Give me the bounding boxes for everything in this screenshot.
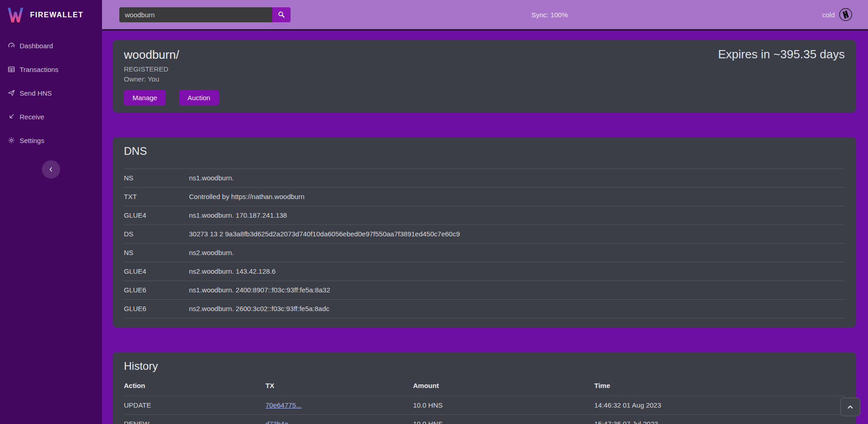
search-group	[119, 7, 291, 22]
dns-row: GLUE6 ns2.woodburn. 2600:3c02::f03c:93ff…	[124, 299, 845, 318]
dns-record-type: GLUE4	[124, 267, 189, 275]
dns-record-value: ns2.woodburn. 143.42.128.6	[189, 267, 845, 275]
dns-title: DNS	[124, 145, 845, 158]
dns-record-type: NS	[124, 174, 189, 182]
sidebar-item-label: Transactions	[20, 66, 58, 73]
sidebar-item-receive[interactable]: Receive	[0, 105, 102, 128]
sidebar-item-settings[interactable]: Settings	[0, 128, 102, 152]
search-input[interactable]	[119, 7, 272, 22]
dns-row: DS 30273 13 2 9a3a8fb3d625d2a2073d740f10…	[124, 225, 845, 243]
chevron-left-icon	[48, 166, 54, 173]
dns-row: TXT Controlled by https://nathan.woodbur…	[124, 187, 845, 206]
receive-arrow-icon	[8, 113, 15, 120]
history-time: 14:46:32 01 Aug 2023	[594, 401, 845, 409]
dns-record-value: 30273 13 2 9a3a8fb3d625d2a2073d740f10da6…	[189, 230, 845, 238]
dns-record-value: ns1.woodburn.	[189, 174, 845, 182]
manage-button[interactable]: Manage	[124, 90, 166, 106]
dns-row: GLUE4 ns1.woodburn. 170.187.241.138	[124, 206, 845, 225]
sidebar-item-transactions[interactable]: Transactions	[0, 57, 102, 81]
dns-record-type: GLUE6	[124, 286, 189, 294]
history-row: UPDATE 70e64775... 10.0 HNS 14:46:32 01 …	[124, 396, 845, 414]
dns-record-value: ns2.woodburn.	[189, 249, 845, 256]
tx-link[interactable]: d73b4e...	[266, 420, 294, 424]
history-col-time: Time	[594, 382, 845, 389]
handshake-logo-icon	[839, 8, 853, 21]
history-header-row: Action TX Amount Time	[124, 379, 845, 396]
history-action: UPDATE	[124, 401, 266, 409]
dns-row: NS ns2.woodburn.	[124, 243, 845, 262]
dns-record-value: ns1.woodburn. 2400:8907::f03c:93ff:fe5a:…	[189, 286, 845, 294]
sidebar: FIREWALLET Dashboard Transactions Send H…	[0, 0, 102, 424]
transactions-table-icon	[8, 66, 15, 73]
wallet-indicator[interactable]: cold	[822, 8, 853, 21]
send-plane-icon	[8, 89, 15, 97]
sidebar-item-label: Settings	[20, 137, 44, 144]
main-area: Sync: 100% cold woodburn/ REGISTERED Own…	[102, 0, 868, 424]
domain-status: REGISTERED	[124, 65, 845, 73]
page-content: woodburn/ REGISTERED Owner: You Manage A…	[102, 31, 868, 424]
wallet-mode-label: cold	[822, 11, 835, 19]
auction-button[interactable]: Auction	[179, 90, 219, 106]
gear-icon	[8, 137, 15, 144]
sidebar-item-send-hns[interactable]: Send HNS	[0, 81, 102, 105]
dns-card: DNS NS ns1.woodburn. TXT Controlled by h…	[113, 137, 856, 327]
dns-record-type: TXT	[124, 193, 189, 200]
domain-owner: Owner: You	[124, 75, 845, 83]
history-amount: 10.0 HNS	[413, 401, 594, 409]
history-col-action: Action	[124, 382, 266, 389]
app-title: FIREWALLET	[30, 11, 83, 19]
sidebar-item-label: Dashboard	[20, 42, 53, 50]
dns-record-type: NS	[124, 249, 189, 256]
history-row: RENEW d73b4e... 10.0 HNS 15:47:36 07 Jul…	[124, 414, 845, 424]
sync-status: Sync: 100%	[531, 11, 568, 19]
dashboard-gauge-icon	[8, 42, 15, 49]
dns-record-type: GLUE4	[124, 211, 189, 219]
dns-table: NS ns1.woodburn. TXT Controlled by https…	[124, 169, 845, 318]
expires-text: Expires in ~395.35 days	[718, 47, 845, 61]
dns-row: NS ns1.woodburn.	[124, 169, 845, 187]
topbar: Sync: 100% cold	[102, 0, 868, 31]
history-action: RENEW	[124, 420, 266, 424]
chevron-up-icon	[847, 404, 854, 411]
domain-card: woodburn/ REGISTERED Owner: You Manage A…	[113, 40, 856, 112]
search-icon	[278, 11, 285, 18]
history-time: 15:47:36 07 Jul 2023	[594, 420, 845, 424]
sidebar-item-dashboard[interactable]: Dashboard	[0, 34, 102, 57]
domain-actions: Manage Auction	[124, 90, 845, 106]
history-amount: 10.0 HNS	[413, 420, 594, 424]
history-col-amount: Amount	[413, 382, 594, 389]
scroll-to-top-button[interactable]	[840, 398, 860, 416]
firewallet-logo-icon	[6, 6, 25, 24]
sidebar-item-label: Send HNS	[20, 89, 52, 97]
dns-record-value: Controlled by https://nathan.woodburn	[189, 193, 845, 200]
dns-record-type: GLUE6	[124, 305, 189, 312]
history-col-tx: TX	[266, 382, 413, 389]
dns-record-type: DS	[124, 230, 189, 238]
tx-link[interactable]: 70e64775...	[266, 401, 301, 409]
search-button[interactable]	[272, 7, 291, 22]
dns-row: GLUE4 ns2.woodburn. 143.42.128.6	[124, 262, 845, 281]
dns-record-value: ns2.woodburn. 2600:3c02::f03c:93ff:fe5a:…	[189, 305, 845, 312]
history-title: History	[124, 360, 845, 373]
sidebar-collapse-button[interactable]	[42, 160, 60, 179]
history-card: History Action TX Amount Time UPDATE 70e…	[113, 352, 856, 424]
sidebar-item-label: Receive	[20, 113, 44, 121]
sidebar-nav: Dashboard Transactions Send HNS Receive …	[0, 30, 102, 152]
dns-record-value: ns1.woodburn. 170.187.241.138	[189, 211, 845, 219]
app-logo-row: FIREWALLET	[0, 0, 102, 30]
dns-row: GLUE6 ns1.woodburn. 2400:8907::f03c:93ff…	[124, 281, 845, 299]
